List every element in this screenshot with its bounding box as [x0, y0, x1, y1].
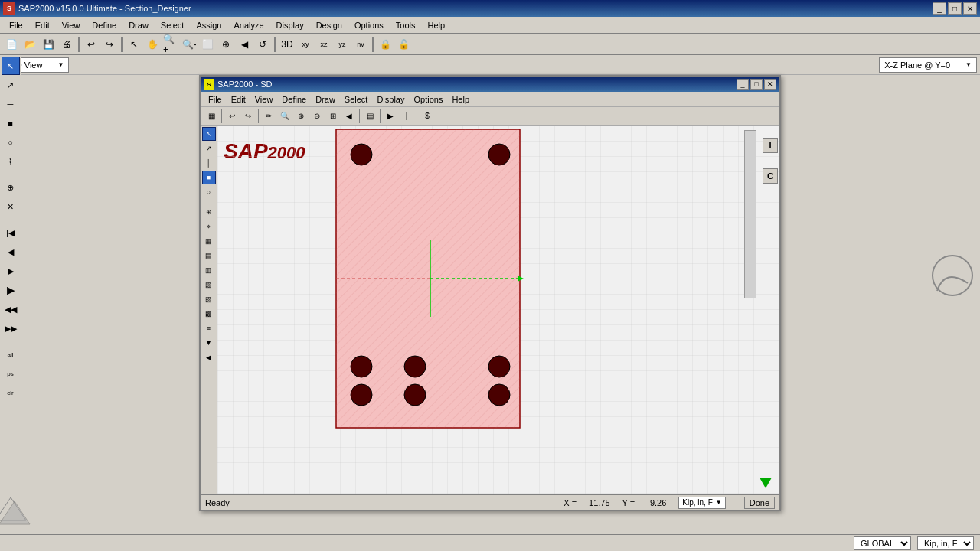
inner-tb-arrow[interactable]: ▶ [383, 109, 398, 124]
minimize-button[interactable]: _ [933, 2, 946, 15]
inner-snap2[interactable]: ⌖ [202, 220, 216, 233]
inner-menu-display[interactable]: Display [372, 94, 409, 105]
inner-bar8[interactable]: ▼ [202, 336, 216, 350]
inner-menu-options[interactable]: Options [409, 94, 447, 105]
first-btn[interactable]: |◀ [2, 223, 20, 242]
inner-bar6[interactable]: ▩ [202, 307, 216, 321]
inner-tb-redo[interactable]: ↪ [240, 109, 256, 124]
inner-pointer-btn[interactable]: ↖ [202, 127, 216, 141]
last-btn[interactable]: |▶ [2, 281, 20, 299]
select-pointer-btn[interactable]: ↖ [2, 57, 20, 75]
xy-btn[interactable]: xy [297, 36, 314, 53]
menu-options[interactable]: Options [348, 19, 390, 31]
inner-menu-define[interactable]: Define [277, 94, 311, 105]
prev-prev-btn[interactable]: ◀◀ [2, 300, 20, 318]
redo-btn[interactable]: ↪ [101, 36, 118, 53]
draw-circle-btn[interactable]: ○ [2, 133, 20, 152]
draw-polyline-btn[interactable]: ⌇ [2, 152, 20, 171]
inner-menu-help[interactable]: Help [447, 94, 474, 105]
inner-area-btn[interactable]: ■ [202, 171, 216, 184]
draw-line-btn[interactable]: ─ [2, 95, 20, 113]
print-btn[interactable]: 🖨 [58, 36, 75, 53]
inner-bar4[interactable]: ▧ [202, 278, 216, 292]
inner-tb-zoom4[interactable]: ⊞ [325, 109, 341, 124]
menu-file[interactable]: File [3, 19, 29, 31]
menu-view[interactable]: View [56, 19, 87, 31]
inner-close-btn[interactable]: ✕ [764, 79, 776, 90]
new-btn[interactable]: 📄 [3, 36, 20, 53]
prev-btn[interactable]: ◀ [2, 243, 20, 261]
done-label[interactable]: Done [744, 497, 775, 509]
inner-bar1[interactable]: ▦ [202, 234, 216, 248]
menu-design[interactable]: Design [310, 19, 348, 31]
menu-assign[interactable]: Assign [190, 19, 227, 31]
inner-bar7[interactable]: ≡ [202, 321, 216, 335]
inner-tb-zoom5[interactable]: ◀ [341, 109, 357, 124]
all-btn[interactable]: all [2, 345, 20, 364]
inner-tb-grid[interactable]: ▦ [204, 109, 219, 124]
inner-tb-dollar[interactable]: $ [420, 109, 435, 124]
zoom-all-btn[interactable]: ⊕ [217, 36, 234, 53]
inner-tb-zoom2[interactable]: ⊕ [293, 109, 309, 124]
open-btn[interactable]: 📂 [21, 36, 38, 53]
maximize-button[interactable]: □ [948, 2, 962, 15]
close-button[interactable]: ✕ [963, 2, 977, 15]
next-btn[interactable]: ▶ [2, 262, 20, 280]
inner-menu-file[interactable]: File [204, 94, 227, 105]
menu-display[interactable]: Display [270, 19, 310, 31]
zoom-in-btn[interactable]: 🔍+ [162, 36, 179, 53]
inner-tb-table[interactable]: ▤ [362, 109, 377, 124]
lock-btn[interactable]: 🔒 [377, 36, 394, 53]
inner-reshape-btn[interactable]: ↗ [202, 142, 216, 155]
inner-maximize-btn[interactable]: □ [750, 79, 763, 90]
ps-btn[interactable]: ps [2, 364, 20, 383]
reshape-btn[interactable]: ↗ [2, 76, 20, 94]
menu-analyze[interactable]: Analyze [227, 19, 270, 31]
unlock-btn[interactable]: 🔓 [395, 36, 412, 53]
inner-tb-zoom1[interactable]: 🔍 [277, 109, 292, 124]
inner-menu-draw[interactable]: Draw [311, 94, 340, 105]
menu-select[interactable]: Select [155, 19, 191, 31]
zoom-prev-btn[interactable]: ◀ [236, 36, 253, 53]
draw-area-btn[interactable]: ■ [2, 114, 20, 132]
units-dropdown[interactable]: Kip, in, F ▼ [678, 497, 725, 509]
clr-btn[interactable]: clr [2, 383, 20, 402]
right-scrollbar[interactable] [744, 130, 756, 298]
pointer-btn[interactable]: ↖ [126, 36, 142, 53]
inner-menu-view[interactable]: View [250, 94, 278, 105]
inner-menu-edit[interactable]: Edit [227, 94, 250, 105]
inner-snap1[interactable]: ⊕ [202, 205, 216, 219]
toggle-btn1[interactable]: ⊕ [2, 178, 20, 197]
3d-btn[interactable]: 3D [279, 36, 296, 53]
save-btn[interactable]: 💾 [40, 36, 57, 53]
outer-units-dropdown[interactable]: Kip, in, F [917, 536, 974, 550]
next-next-btn[interactable]: ▶▶ [2, 319, 20, 337]
toggle-btn2[interactable]: ✕ [2, 197, 20, 216]
coord-system-dropdown[interactable]: GLOBAL [854, 536, 911, 550]
inner-bar9[interactable]: ◀ [202, 350, 216, 364]
inner-bar3[interactable]: ▥ [202, 263, 216, 277]
refresh-btn[interactable]: ↺ [254, 36, 271, 53]
inner-tb-pen[interactable]: ✏ [261, 109, 276, 124]
menu-edit[interactable]: Edit [29, 19, 56, 31]
pan-btn[interactable]: ✋ [144, 36, 161, 53]
zoom-rect-btn[interactable]: ⬜ [199, 36, 216, 53]
undo-btn[interactable]: ↩ [83, 36, 100, 53]
inner-tb-bar[interactable]: | [399, 109, 414, 124]
inner-bar2[interactable]: ▤ [202, 249, 216, 262]
inner-vert-btn[interactable]: │ [202, 156, 216, 170]
inner-minimize-btn[interactable]: _ [737, 79, 749, 90]
zoom-out-btn[interactable]: 🔍- [181, 36, 198, 53]
menu-tools[interactable]: Tools [390, 19, 422, 31]
view-right-dropdown[interactable]: X-Z Plane @ Y=0 ▼ [879, 57, 977, 73]
inner-tb-zoom3[interactable]: ⊖ [309, 109, 325, 124]
menu-help[interactable]: Help [422, 19, 452, 31]
yz-btn[interactable]: yz [334, 36, 351, 53]
nv-btn[interactable]: nv [352, 36, 369, 53]
menu-draw[interactable]: Draw [122, 19, 155, 31]
xz-btn[interactable]: xz [315, 36, 332, 53]
menu-define[interactable]: Define [86, 19, 122, 31]
inner-tb-undo[interactable]: ↩ [224, 109, 240, 124]
inner-bar5[interactable]: ▨ [202, 292, 216, 306]
inner-menu-select[interactable]: Select [340, 94, 373, 105]
